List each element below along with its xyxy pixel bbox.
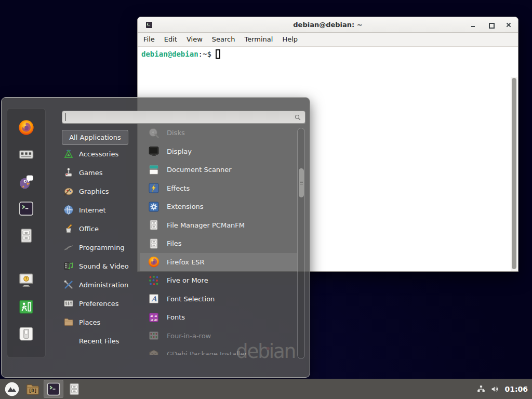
taskbar-launchers: [D] [2, 380, 85, 398]
app-item-gdebi-package-installer[interactable]: GDebi Package Installer [140, 345, 297, 355]
applications-scrollbar-thumb[interactable] [299, 168, 304, 197]
category-programming[interactable]: Programming [62, 238, 141, 257]
app-item-font-selection[interactable]: AFont Selection [140, 290, 297, 309]
applications-scrollbar[interactable] [297, 128, 305, 359]
maximize-icon[interactable] [488, 22, 494, 28]
category-sound-video[interactable]: Sound & Video [62, 257, 141, 275]
category-label: Preferences [79, 300, 118, 308]
menu-logo-icon [4, 381, 20, 397]
lock-screen-icon[interactable]: ? [18, 271, 35, 288]
app-item-label: GDebi Package Installer [167, 350, 247, 355]
terminal-menu-view[interactable]: View [182, 33, 207, 46]
taskbar: [D] 01:06 [0, 379, 532, 399]
minimize-icon[interactable] [470, 22, 476, 28]
firefox-icon[interactable] [18, 119, 35, 136]
category-label: Sound & Video [79, 262, 129, 270]
terminal-cursor [216, 49, 220, 59]
files-launcher[interactable]: [D] [23, 380, 43, 398]
terminal-icon [146, 22, 152, 28]
logout-icon[interactable] [18, 298, 35, 315]
category-recent-files[interactable]: Recent Files [62, 331, 141, 350]
app-item-label: Extensions [167, 203, 204, 210]
pidgin-icon[interactable] [18, 173, 35, 190]
terminal-menu-search[interactable]: Search [207, 33, 240, 46]
favorites-panel: ? [7, 108, 46, 358]
five-or-more-icon [148, 274, 160, 287]
accessories-icon [63, 148, 74, 159]
app-item-label: Font Selection [167, 295, 215, 303]
terminal-titlebar[interactable]: debian@debian: ~ [138, 17, 518, 33]
category-graphics[interactable]: Graphics [62, 182, 141, 201]
file-manager-launcher[interactable] [64, 380, 84, 398]
games-icon [63, 167, 74, 178]
applications-menu: ? All Applications AccessoriesGamesGraph… [1, 97, 310, 378]
category-administration[interactable]: Administration [62, 275, 141, 294]
folder-d-icon: [D] [25, 381, 41, 397]
category-label: Recent Files [79, 337, 119, 345]
app-item-files[interactable]: Files [140, 234, 297, 253]
terminal-launcher[interactable] [44, 380, 63, 398]
close-icon[interactable] [506, 22, 512, 28]
office-icon [63, 223, 74, 234]
category-places[interactable]: Places [62, 313, 141, 331]
sound-video-icon [63, 260, 74, 272]
software-manager-icon[interactable] [18, 146, 35, 163]
search-input[interactable] [62, 111, 305, 124]
terminal-menubar: FileEditViewSearchTerminalHelp [138, 33, 518, 47]
terminal-menu-help[interactable]: Help [277, 33, 302, 46]
applications-list: DisksDisplayDocument ScannerEffectsExten… [140, 124, 297, 355]
menu-button[interactable] [2, 380, 22, 398]
app-item-file-manager-pcmanfm[interactable]: File Manager PCManFM [140, 216, 297, 235]
extensions-icon [148, 201, 160, 213]
app-item-five-or-more[interactable]: Five or More [140, 271, 297, 290]
prompt-user: debian@debian [141, 50, 198, 58]
app-item-label: Five or More [167, 276, 208, 284]
fonts-icon: aaaæ [148, 311, 160, 324]
terminal-icon[interactable] [18, 200, 35, 217]
app-item-display[interactable]: Display [140, 142, 297, 161]
app-item-extensions[interactable]: Extensions [140, 197, 297, 216]
volume-icon[interactable] [490, 384, 500, 394]
category-preferences[interactable]: Preferences [62, 294, 141, 313]
places-icon [63, 316, 74, 328]
display-icon [148, 145, 160, 157]
graphics-icon [63, 185, 74, 197]
terminal-menu-terminal[interactable]: Terminal [240, 33, 277, 46]
app-item-firefox-esr[interactable]: Firefox ESR [140, 253, 297, 272]
app-item-label: Effects [167, 184, 190, 192]
terminal-menu-edit[interactable]: Edit [159, 33, 182, 46]
category-label: Accessories [79, 150, 118, 158]
category-accessories[interactable]: Accessories [62, 144, 141, 163]
app-item-disks[interactable]: Disks [140, 124, 297, 142]
svg-text:?: ? [25, 276, 27, 281]
network-icon[interactable] [476, 384, 486, 394]
app-item-fonts[interactable]: aaaæFonts [140, 308, 297, 327]
category-internet[interactable]: Internet [62, 201, 141, 219]
svg-text:æ: æ [154, 318, 157, 322]
terminal-scrollbar[interactable] [511, 77, 517, 271]
app-item-label: Display [167, 148, 192, 155]
terminal-icon [46, 381, 61, 397]
terminal-menu-file[interactable]: File [139, 33, 159, 46]
svg-text:A: A [151, 295, 157, 303]
session-buttons: ? [18, 271, 35, 352]
clock[interactable]: 01:06 [504, 385, 528, 393]
category-games[interactable]: Games [62, 163, 141, 182]
all-applications-button[interactable]: All Applications [62, 130, 128, 145]
administration-icon [63, 279, 74, 290]
app-item-effects[interactable]: Effects [140, 179, 297, 198]
category-office[interactable]: Office [62, 219, 141, 238]
preferences-icon [63, 298, 74, 309]
shutdown-icon[interactable] [18, 325, 35, 342]
app-item-document-scanner[interactable]: Document Scanner [140, 161, 297, 179]
category-label: Office [79, 225, 99, 233]
category-label: Graphics [79, 188, 109, 195]
app-item-label: Fonts [167, 313, 185, 321]
taskbar-tray: 01:06 [476, 384, 528, 394]
app-item-four-in-a-row[interactable]: Four-in-a-row [140, 327, 297, 345]
file-manager-icon[interactable] [18, 227, 35, 244]
four-in-a-row-icon [148, 329, 160, 342]
terminal-prompt-line: debian@debian:~$ [141, 49, 518, 59]
terminal-scrollbar-thumb[interactable] [512, 78, 516, 269]
categories-list: AccessoriesGamesGraphicsInternetOfficePr… [62, 144, 141, 350]
